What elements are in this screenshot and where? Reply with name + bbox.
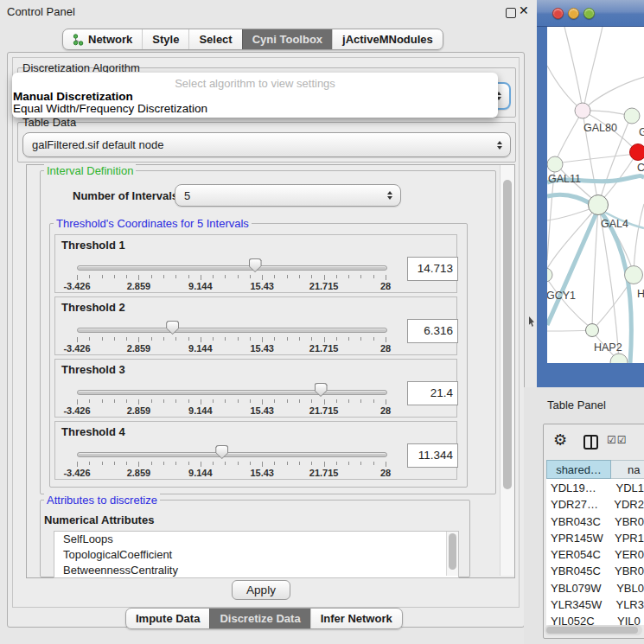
tick-mark [102, 337, 103, 341]
close-light[interactable] [552, 8, 564, 19]
vertical-scrollbar[interactable] [500, 165, 514, 576]
table-row[interactable]: YDR27…YDR2 [546, 496, 644, 513]
slider-ticks: -3.4262.8599.14415.4321.71528 [77, 399, 386, 418]
numerical-attributes-list[interactable]: SelfLoopsTopologicalCoefficientBetweenne… [54, 531, 459, 578]
apply-button[interactable]: Apply [232, 580, 290, 600]
network-node[interactable] [624, 108, 640, 124]
tab-discretize-data[interactable]: Discretize Data [209, 609, 309, 628]
tick-mark [102, 399, 103, 403]
tick-mark [151, 275, 152, 278]
attributes-scrollbar-thumb[interactable] [449, 533, 456, 570]
network-node[interactable] [625, 266, 643, 284]
table-data-combobox[interactable]: galFiltered.sif default node [22, 132, 511, 157]
cell-shared-name: YPR145W [546, 530, 612, 546]
slider-track[interactable] [77, 390, 387, 395]
slider-track[interactable] [77, 452, 387, 457]
bottom-tab-bar: Impute DataDiscretize DataInfer Network [125, 608, 403, 629]
table-row[interactable]: YLR345WYLR3 [546, 596, 644, 613]
tab-infer-network[interactable]: Infer Network [310, 609, 402, 628]
tab-style[interactable]: Style [142, 29, 188, 49]
tick-mark [274, 275, 275, 278]
zoom-light[interactable] [583, 8, 595, 19]
tab-label: Impute Data [136, 612, 200, 625]
network-window-titlebar[interactable] [537, 0, 644, 27]
attribute-item-topologicalcoefficient[interactable]: TopologicalCoefficient [54, 547, 458, 563]
popup-item-equal-width-frequency-discretization[interactable]: Equal Width/Frequency Discretization [13, 102, 207, 115]
table-row[interactable]: YDL19…YDL1 [546, 480, 644, 496]
network-icon [73, 34, 84, 46]
table-panel-title: Table Panel [547, 399, 606, 411]
attribute-item-betweennesscentrality[interactable]: BetweennessCentrality [54, 563, 458, 578]
slider-track[interactable] [77, 328, 387, 333]
tick-mark [114, 462, 115, 465]
tick-mark [373, 462, 374, 465]
table-row[interactable]: YBL079WYBL0 [546, 580, 644, 596]
tick-label: 28 [361, 468, 410, 478]
tick-mark [386, 462, 386, 467]
threshold-value-field[interactable]: 6.316 [407, 319, 458, 343]
table-hscrollbar-thumb[interactable] [546, 627, 638, 634]
slider-track[interactable] [77, 265, 387, 271]
slider-ticks: -3.4262.8599.14415.4321.71528 [77, 337, 386, 356]
table-row[interactable]: YER054CYER0 [546, 546, 644, 563]
table-row[interactable]: YIL052CYIL0 [546, 613, 644, 625]
network-edge [547, 66, 583, 111]
cell-shared-name: YBR045C [546, 563, 612, 579]
tick-label: -3.426 [53, 343, 101, 354]
tick-label: 9.144 [176, 405, 225, 416]
tick-mark [373, 399, 374, 403]
tick-mark [225, 462, 226, 465]
split-columns-icon[interactable] [583, 435, 598, 450]
tick-mark [324, 275, 325, 280]
tab-network[interactable]: Network [63, 29, 142, 49]
tick-mark [250, 462, 251, 465]
close-icon[interactable]: ✕ [519, 3, 529, 17]
attribute-item-selfloops[interactable]: SelfLoops [54, 532, 458, 547]
table-row[interactable]: YPR145WYPR1 [546, 530, 644, 546]
tick-mark [225, 337, 226, 341]
network-node[interactable] [575, 103, 590, 118]
tick-mark [311, 399, 312, 403]
tick-mark [114, 337, 115, 341]
tab-cyni-toolbox[interactable]: Cyni Toolbox [242, 29, 332, 49]
minimize-light[interactable] [568, 8, 579, 19]
column-header-shared[interactable]: shared… [546, 460, 611, 479]
node-label: GCY1 [547, 290, 576, 302]
tick-mark [336, 462, 337, 465]
attributes-scrollbar[interactable] [446, 532, 458, 576]
float-window-icon[interactable] [506, 8, 516, 18]
gear-icon[interactable]: ⚙ [553, 430, 567, 450]
tick-mark [324, 337, 325, 342]
threshold-value-field[interactable]: 11.344 [407, 443, 458, 468]
tick-mark [188, 399, 189, 403]
tick-mark [311, 275, 312, 278]
table-row[interactable]: YBR043CYBR0 [546, 513, 644, 530]
table-row[interactable]: YBR045CYBR0 [546, 563, 644, 579]
tab-select[interactable]: Select [188, 29, 241, 49]
network-node[interactable] [586, 324, 599, 337]
column-header-name[interactable]: na [611, 460, 644, 479]
tab-label: jActiveMNodules [342, 33, 433, 46]
tick-mark [299, 462, 300, 465]
tick-mark [138, 462, 139, 467]
network-node[interactable] [547, 268, 552, 282]
vertical-scrollbar-thumb[interactable] [503, 180, 512, 489]
threshold-label: Threshold 3 [61, 363, 125, 376]
checkboxes-icon[interactable]: ☑☑ [607, 434, 628, 446]
threshold-value-field[interactable]: 21.4 [407, 381, 458, 405]
tick-mark [163, 462, 164, 465]
number-of-intervals-combobox[interactable]: 5 [175, 184, 401, 207]
network-node[interactable] [547, 156, 563, 172]
tab-impute-data[interactable]: Impute Data [126, 609, 209, 628]
network-node[interactable] [630, 144, 644, 161]
threshold-label: Threshold 4 [61, 425, 125, 438]
tick-mark [151, 399, 152, 403]
network-canvas[interactable]: GAL80GCGAL11GAL4GCY1HHAP2 [547, 27, 644, 363]
control-panel-titlebar: Control Panel [0, 0, 536, 24]
popup-item-manual-discretization[interactable]: Manual Discretization [13, 90, 133, 103]
threshold-value-field[interactable]: 14.713 [407, 257, 458, 281]
network-node[interactable] [589, 195, 609, 215]
table-horizontal-scrollbar[interactable] [545, 625, 642, 635]
tick-mark [138, 399, 139, 405]
tab-jactivemnodules[interactable]: jActiveMNodules [332, 29, 443, 49]
